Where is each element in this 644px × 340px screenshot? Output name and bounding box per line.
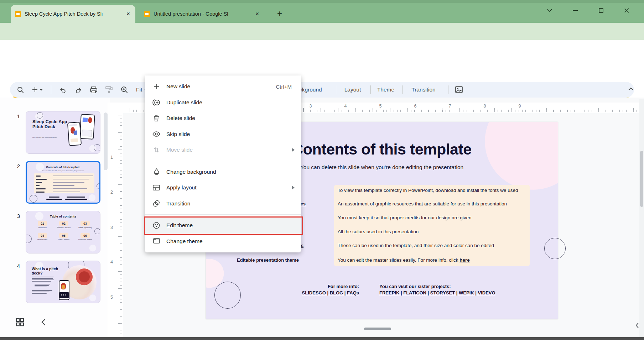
decorative-ellipse-shape[interactable]: [214, 282, 241, 309]
canvas-scrollbar-track[interactable]: [639, 99, 644, 337]
collapse-filmstrip-icon[interactable]: [41, 319, 46, 325]
row-label-editable-theme[interactable]: Editable presentation theme: [237, 257, 333, 263]
toolbar-divider: [448, 85, 448, 94]
canvas-scrollbar-thumb[interactable]: [640, 151, 643, 207]
print-icon[interactable]: [90, 87, 97, 93]
window-maximize-icon[interactable]: [596, 6, 606, 15]
speaker-notes-drag-handle[interactable]: [364, 328, 391, 330]
phone-illustration: [67, 122, 82, 146]
sister-projects-links[interactable]: FREEPIK | FLATICON | STORYSET | WEPIK | …: [379, 290, 529, 295]
thumb-number: 1: [11, 113, 20, 119]
menu-item-delete-slide[interactable]: Delete slide: [145, 110, 301, 126]
decorative-circle: [94, 228, 100, 234]
window-close-icon[interactable]: [621, 6, 632, 15]
bottom-edge-bar: [0, 337, 644, 340]
toolbar: Fit Background Layout Theme Transition: [10, 82, 634, 98]
decorative-circle-shape[interactable]: [544, 238, 566, 259]
new-tab-button[interactable]: +: [277, 9, 282, 19]
sister-projects-block: You can visit our sister projects: FREEP…: [379, 284, 529, 295]
decorative-circle: [94, 144, 100, 151]
toc-label: Introduction: [31, 227, 53, 229]
row-text[interactable]: All the colors used in this presentation: [338, 229, 526, 234]
ruler-corner: [108, 103, 123, 113]
window-frame: [0, 0, 644, 3]
browser-tab-inactive[interactable]: Untitled presentation - Google Sl ×: [140, 5, 264, 23]
thumb3-title: Table of contents: [26, 215, 100, 218]
toc-label: Financial & metrics: [74, 239, 96, 241]
here-link[interactable]: here: [459, 257, 470, 263]
collapse-toolbar-icon[interactable]: [628, 88, 633, 90]
row-text[interactable]: You must keep it so that proper credits …: [338, 215, 526, 220]
ruler-number: 5: [379, 104, 382, 109]
redo-icon[interactable]: [75, 87, 82, 93]
toolbar-divider: [51, 85, 51, 94]
decorative-circle: [97, 183, 100, 189]
slide-thumbnail-4[interactable]: What is a pitch deck?: [26, 261, 100, 303]
slide-thumbnail-2-selected[interactable]: Contents of this template You can delete…: [26, 161, 100, 204]
fit-label: Fit: [136, 87, 142, 93]
palette-icon: [152, 221, 161, 230]
menu-item-label: Transition: [166, 200, 190, 207]
menu-item-label: Change theme: [166, 238, 203, 245]
menu-item-apply-layout[interactable]: Apply layout: [145, 180, 301, 196]
row-text[interactable]: To view this template correctly in Power…: [338, 188, 526, 193]
toc-label: Team & timeline: [53, 239, 75, 241]
thumb2-table: [34, 173, 94, 193]
ruler-number: 3: [110, 225, 113, 230]
tab-close-icon[interactable]: ×: [125, 10, 131, 17]
ruler-number: 2: [110, 190, 113, 195]
window-minimize-icon[interactable]: [570, 6, 581, 15]
toc-label: Market opportunity: [74, 227, 96, 229]
vertical-ruler: 1 2 3 4 5: [108, 113, 123, 337]
browser-tab-active[interactable]: Sleep Cycle App Pitch Deck by Sli ×: [11, 5, 135, 23]
slides-favicon: [15, 11, 21, 17]
toc-num: 02: [59, 221, 68, 226]
tab-close-icon[interactable]: ×: [254, 10, 260, 17]
menu-item-transition[interactable]: Transition: [145, 196, 301, 212]
toc-num: 06: [80, 233, 90, 238]
show-side-panel-icon[interactable]: [635, 323, 639, 328]
menu-item-duplicate-slide[interactable]: Duplicate slide: [145, 95, 301, 111]
paint-format-icon[interactable]: [105, 86, 113, 93]
menu-item-skip-slide[interactable]: Skip slide: [145, 126, 301, 142]
trash-icon: [152, 114, 161, 122]
row-text[interactable]: These can be used in the template, and t…: [338, 243, 526, 248]
search-menus-icon[interactable]: [17, 87, 24, 93]
more-info-links[interactable]: SLIDESGO | BLOG | FAQs: [266, 290, 359, 295]
theme-button[interactable]: Theme: [368, 82, 404, 98]
menu-item-change-background[interactable]: Change background: [145, 164, 301, 180]
row-text[interactable]: You can edit the master slides easily. F…: [338, 257, 526, 263]
thumb-number: 3: [11, 213, 20, 219]
ruler-number: 6: [414, 104, 417, 109]
sister-projects-label: You can visit our sister projects:: [379, 284, 529, 289]
layout-button[interactable]: Layout: [335, 82, 370, 98]
ruler-number: 5: [110, 295, 113, 300]
slide-thumbnail-3[interactable]: Table of contents 01 Introduction 02 Pro…: [26, 211, 100, 253]
more-info-label: For more info:: [266, 284, 359, 289]
menu-item-new-slide[interactable]: New slide Ctrl+M: [145, 79, 301, 95]
submenu-arrow-icon: [292, 148, 295, 152]
filmstrip-scrollbar[interactable]: [104, 113, 108, 170]
new-slide-split-button[interactable]: [32, 87, 43, 93]
row-text[interactable]: An assortment of graphic resources that …: [338, 201, 526, 206]
menu-item-move-slide: Move slide: [145, 142, 301, 158]
submenu-arrow-icon: [292, 186, 295, 189]
undo-icon[interactable]: [59, 87, 67, 93]
slide-table-background[interactable]: [334, 185, 530, 266]
menu-item-change-theme[interactable]: Change theme: [145, 234, 301, 250]
insert-image-icon[interactable]: [455, 86, 463, 93]
more-info-block: For more info: SLIDESGO | BLOG | FAQs: [266, 284, 359, 295]
zoom-in-icon[interactable]: [121, 86, 128, 93]
phone-illustration: [79, 114, 95, 140]
plus-icon: [152, 82, 161, 91]
ruler-number: 4: [110, 260, 113, 265]
grid-view-icon[interactable]: [16, 318, 24, 326]
slide-thumbnail-1[interactable]: Sleep Cycle App Pitch Deck Here is where…: [26, 111, 100, 154]
toc-num: 05: [59, 233, 68, 238]
menu-item-shortcut: Ctrl+M: [276, 84, 292, 90]
thumb1-subtitle: Here is where your presentation begins: [32, 136, 68, 138]
menu-item-edit-theme[interactable]: Edit theme: [145, 218, 301, 234]
menu-item-label: Move slide: [166, 147, 193, 153]
transition-button[interactable]: Transition: [400, 82, 447, 98]
window-menu-chevron-icon[interactable]: [544, 6, 555, 15]
